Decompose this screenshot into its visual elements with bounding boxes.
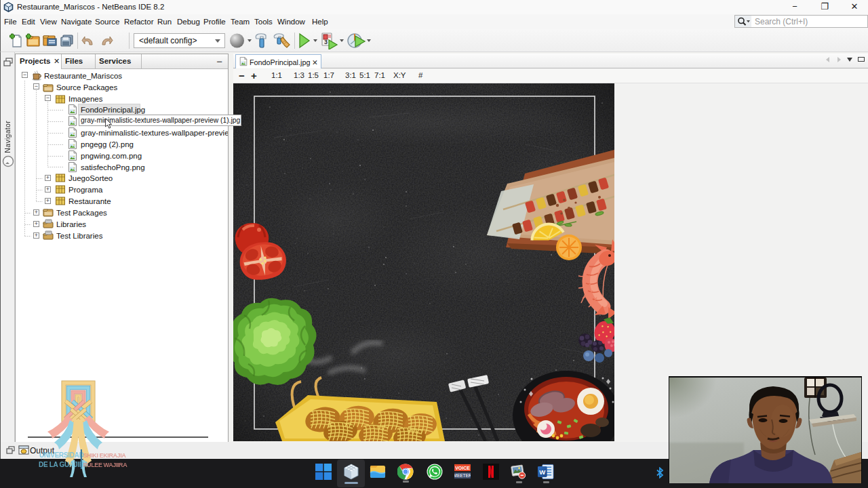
svg-text:3: 3	[324, 39, 328, 45]
svg-text:MEETER: MEETER	[454, 473, 471, 478]
svg-text:VOICE: VOICE	[455, 466, 470, 470]
svg-text:W: W	[539, 468, 546, 476]
svg-text:SHIKI EKIRAJIA: SHIKI EKIRAJIA	[83, 452, 127, 459]
svg-text:PÜLEE WAJIIRA: PÜLEE WAJIIRA	[83, 462, 128, 468]
svg-text:UNIVERSIDAD: UNIVERSIDAD	[39, 451, 84, 459]
